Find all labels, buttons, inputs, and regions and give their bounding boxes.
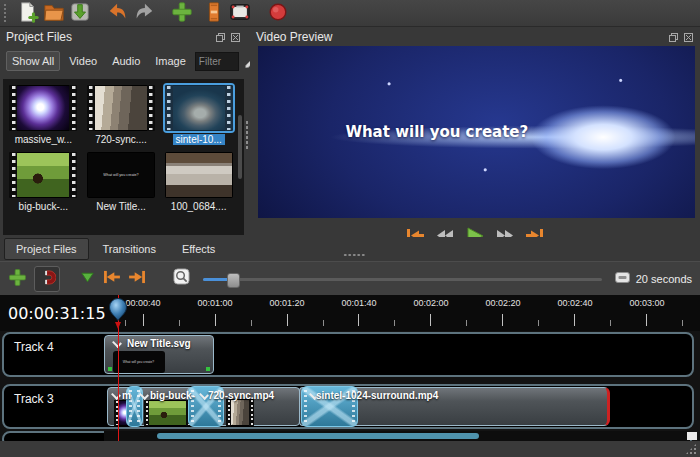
filter-show-all-button[interactable]: Show All — [6, 51, 60, 71]
choose-profile-icon — [203, 1, 225, 26]
video-overlay-text: What will you create? — [345, 123, 528, 141]
file-thumbnail — [165, 85, 233, 131]
file-name: New Title... — [96, 201, 145, 212]
open-project-button[interactable] — [41, 0, 67, 26]
next-marker-icon — [128, 270, 147, 287]
timeline-ruler[interactable]: 00:00:40 00:01:00 00:01:20 00:01:40 00:0… — [0, 295, 700, 331]
previous-marker-button[interactable] — [102, 270, 121, 287]
zoom-icon — [173, 268, 190, 289]
project-files-titlebar: Project Files — [0, 28, 247, 46]
undo-button[interactable] — [105, 0, 131, 26]
export-video-button[interactable] — [265, 0, 291, 26]
next-marker-button[interactable] — [128, 270, 147, 287]
float-panel-button[interactable] — [667, 31, 679, 43]
resize-grip[interactable] — [685, 443, 697, 455]
snapping-toggle-button[interactable] — [34, 266, 60, 292]
undo-icon — [107, 1, 129, 26]
close-panel-button[interactable] — [229, 31, 241, 43]
file-item-photo[interactable]: 100_0684.... — [161, 152, 236, 212]
file-name: 100_0684.... — [171, 201, 227, 212]
ruler-label: 00:03:00 — [629, 298, 664, 308]
main-toolbar — [0, 0, 700, 27]
save-project-button[interactable] — [67, 0, 93, 26]
tab-transitions[interactable]: Transitions — [91, 238, 168, 260]
ruler-label: 00:02:00 — [413, 298, 448, 308]
zoom-scale-display: 20 seconds — [615, 272, 692, 285]
close-panel-button[interactable] — [682, 31, 694, 43]
filter-image-button[interactable]: Image — [149, 51, 192, 71]
clip-label: sintel-1024-surround.mp4 — [316, 390, 438, 401]
filter-audio-button[interactable]: Audio — [106, 51, 146, 71]
ruler-label: 00:02:20 — [485, 298, 520, 308]
import-files-button[interactable] — [169, 0, 195, 26]
panel-splitter[interactable] — [245, 120, 249, 150]
add-marker-button[interactable] — [80, 270, 95, 287]
ruler-label: 00:01:40 — [341, 298, 376, 308]
track-4: Track 4 New Title.svg What will you crea… — [2, 332, 694, 377]
clip-menu-chevron-icon[interactable] — [112, 338, 122, 348]
ruler-label: 00:02:40 — [557, 298, 592, 308]
track-name: Track 3 — [14, 392, 54, 406]
tab-effects[interactable]: Effects — [170, 238, 227, 260]
magnet-icon — [39, 269, 56, 289]
files-scrollbar[interactable] — [238, 115, 242, 179]
filter-row: Show All Video Audio Image — [0, 46, 247, 75]
redo-icon — [133, 1, 155, 26]
file-thumbnail — [9, 85, 77, 131]
new-project-button[interactable] — [15, 0, 41, 26]
choose-profile-button[interactable] — [201, 0, 227, 26]
file-name: 720-sync.... — [95, 134, 147, 145]
track-3: Track 3 m big-buck- 720-sync.mp4 sintel-… — [2, 384, 694, 429]
add-track-icon — [8, 268, 27, 290]
zoom-scale-icon — [615, 272, 630, 285]
file-item-720-sync[interactable]: 720-sync.... — [84, 85, 159, 145]
ruler-label: 00:01:20 — [269, 298, 304, 308]
clip-thumbnail — [226, 399, 254, 426]
file-thumbnail — [9, 152, 77, 198]
file-name: big-buck-... — [19, 201, 68, 212]
file-thumbnail — [165, 152, 233, 198]
open-project-icon — [43, 1, 65, 26]
slider-thumb[interactable] — [227, 273, 240, 288]
file-item-massive[interactable]: massive_w... — [6, 85, 81, 145]
file-name: massive_w... — [15, 134, 72, 145]
clip-new-title[interactable]: New Title.svg What will you create? — [104, 335, 214, 374]
scrollbar-corner — [687, 432, 697, 440]
add-track-button[interactable] — [8, 268, 27, 290]
video-preview-title: Video Preview — [256, 30, 333, 44]
tab-project-files[interactable]: Project Files — [4, 238, 89, 260]
file-thumbnail: What will you create? — [87, 152, 155, 198]
track-name: Track 4 — [14, 340, 54, 354]
video-preview-frame: What will you create? — [258, 46, 695, 218]
redo-button[interactable] — [131, 0, 157, 26]
new-project-icon — [17, 1, 39, 26]
timeline-area: 00:00:40 00:01:00 00:01:20 00:01:40 00:0… — [0, 295, 700, 441]
playhead-handle[interactable] — [106, 297, 130, 337]
file-item-big-buck[interactable]: big-buck-... — [6, 152, 81, 212]
timeline-hscrollbar-thumb[interactable] — [157, 433, 479, 439]
clip-menu-chevron-icon[interactable] — [111, 390, 121, 400]
fullscreen-button[interactable] — [227, 0, 253, 26]
project-files-list: massive_w... 720-sync.... sintel-10... b… — [3, 79, 244, 235]
clip-label: New Title.svg — [127, 338, 191, 349]
file-item-sintel[interactable]: sintel-10... — [161, 85, 236, 145]
filter-input[interactable] — [195, 52, 239, 71]
clip-label: m — [122, 390, 131, 401]
clip-big-buck[interactable]: big-buck- — [136, 387, 194, 426]
horizontal-splitter[interactable] — [343, 253, 365, 257]
timeline-zoom-slider[interactable] — [203, 266, 602, 292]
video-preview-titlebar: Video Preview — [250, 28, 700, 46]
clip-label: big-buck- — [150, 390, 195, 401]
file-name: sintel-10... — [173, 134, 225, 145]
import-files-icon — [171, 1, 193, 26]
filter-video-button[interactable]: Video — [63, 51, 103, 71]
slider-track[interactable] — [203, 278, 602, 281]
project-files-panel: Project Files Show All Video Audio Image… — [0, 28, 247, 237]
file-item-new-title[interactable]: What will you create? New Title... — [84, 152, 159, 212]
clip-thumbnail: What will you create? — [113, 351, 165, 373]
openshot-window: Project Files Show All Video Audio Image… — [0, 0, 700, 457]
float-panel-button[interactable] — [214, 31, 226, 43]
toolbar-drag-handle[interactable] — [4, 4, 11, 22]
timecode-display: 00:00:31:15 — [0, 295, 106, 331]
timeline-toolbar: 20 seconds — [0, 261, 700, 295]
